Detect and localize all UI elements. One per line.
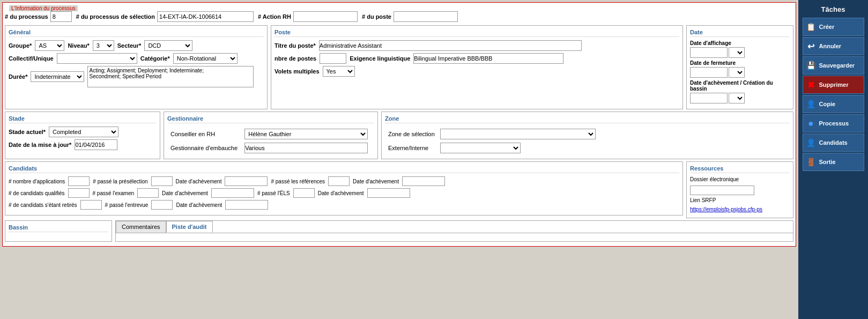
nb-retires-label: # de candidats s'étant retirés <box>9 202 77 208</box>
dossier-input[interactable] <box>690 186 754 195</box>
affichage-row <box>690 47 790 58</box>
nb-qualifies-label: # de candidats qualifiés <box>9 190 65 196</box>
nb-preselection-input[interactable] <box>151 176 173 186</box>
stade-date-label: Date de la mise à jour* <box>9 142 71 148</box>
candidats-section: Candidats # nombre d'applications # pass… <box>5 161 683 216</box>
processus-input[interactable] <box>50 11 72 22</box>
stade-date-input[interactable] <box>75 139 117 150</box>
nb-retires-input[interactable] <box>80 200 102 210</box>
supprimer-label: Supprimer <box>819 81 849 88</box>
conseiller-select[interactable]: Hélène Gauthier <box>244 129 368 139</box>
selection-input[interactable] <box>157 11 254 22</box>
date-achevement4-label: Date d'achèvement <box>318 190 364 196</box>
date-achevement4-input[interactable] <box>367 188 410 198</box>
poste-num-label: # du poste <box>362 13 391 20</box>
sauvegarder-button[interactable]: 💾 Sauvegarder <box>803 56 864 75</box>
copie-button[interactable]: 👤 Copie <box>803 95 864 113</box>
lien-srfp-label: Lien SRFP <box>690 197 716 203</box>
dossier-label: Dossier électronique <box>690 176 739 182</box>
achevement-input1[interactable] <box>690 93 728 103</box>
general-row1: Groupe* AS Niveau* 3 Secteur* DCD <box>9 40 264 51</box>
conseiller-label: Conseiller en RH <box>168 128 241 140</box>
general-section: Général Groupe* AS Niveau* 3 Secteur* DC… <box>5 25 268 109</box>
general-title: Général <box>9 29 264 37</box>
processus-label: # du processus <box>5 13 48 20</box>
gestionnaire-row2: Gestionnaire d'embauche <box>168 142 373 154</box>
categorie-select[interactable]: Non-Rotational <box>173 53 238 64</box>
processus-icon: ● <box>805 117 817 129</box>
annuler-button[interactable]: ↩ Annuler <box>803 37 864 55</box>
processus-button[interactable]: ● Processus <box>803 114 864 132</box>
affichage-label: Date d'affichage <box>690 40 790 46</box>
date-achevement5-input[interactable] <box>225 200 268 210</box>
achevement-select[interactable] <box>729 93 745 103</box>
fermeture-label: Date de fermeture <box>690 60 790 66</box>
stade-actuel-select[interactable]: Completed <box>49 127 118 137</box>
nb-applications-input[interactable] <box>68 176 90 186</box>
supprimer-button[interactable]: ✖ Supprimer <box>803 76 864 94</box>
date-achevement1-input[interactable] <box>225 176 268 186</box>
nb-entrevue-input[interactable] <box>151 200 173 210</box>
lien-srfp-link[interactable]: https://emploisfp-psjobs.cfp-ps <box>690 206 762 212</box>
poste-title: Poste <box>275 29 679 37</box>
nb-references-input[interactable] <box>328 176 350 186</box>
date-achevement2-input[interactable] <box>402 176 445 186</box>
volets-select[interactable]: Yes <box>323 66 355 77</box>
groupe-select[interactable]: AS <box>35 40 64 51</box>
secteur-label: Secteur* <box>117 42 142 49</box>
fermeture-input1[interactable] <box>690 67 728 78</box>
duree-multiselect[interactable]: Acting; Assignment; Deployment; Indeterm… <box>87 66 254 87</box>
zone-externe-row: Externe/Interne <box>386 142 598 154</box>
duree-select[interactable]: Indeterminate <box>31 71 84 82</box>
poste-num-group: # du poste <box>362 11 458 22</box>
affichage-select[interactable] <box>729 47 745 58</box>
collectif-select[interactable] <box>57 53 137 64</box>
affichage-input1[interactable] <box>690 47 728 58</box>
poste-num-input[interactable] <box>394 11 458 22</box>
zone-externe-label: Externe/Interne <box>386 142 437 154</box>
dossier-row: Dossier électronique <box>690 176 790 195</box>
candidats-row: Candidats # nombre d'applications # pass… <box>5 161 793 218</box>
nb-examen-input[interactable] <box>137 188 159 198</box>
stade-actuel-label: Stade actuel* <box>9 129 46 135</box>
tab-piste-audit[interactable]: Piste d'audit <box>166 221 213 233</box>
fermeture-row <box>690 67 790 78</box>
bottom-row: Bassin Commentaires Piste d'audit <box>5 220 793 242</box>
stade-title: Stade <box>9 115 157 123</box>
candidats-title: Candidats <box>9 165 679 173</box>
nb-qualifies-input[interactable] <box>68 188 90 198</box>
fermeture-select[interactable] <box>729 67 745 78</box>
zone-selection-select[interactable] <box>440 129 596 139</box>
candidats-sidebar-icon: 👤 <box>805 137 817 149</box>
general-row2: Collectif/Unique Catégorie* Non-Rotation… <box>9 53 264 64</box>
date-achevement1-label: Date d'achèvement <box>176 179 222 184</box>
titre-poste-input[interactable] <box>319 40 582 51</box>
creer-button[interactable]: 📋 Créer <box>803 18 864 36</box>
candidats-sidebar-button[interactable]: 👤 Candidats <box>803 133 864 152</box>
exigence-label: Exigence linguistique <box>350 55 410 62</box>
tab-commentaires[interactable]: Commentaires <box>116 221 166 233</box>
sortie-icon: 🚪 <box>805 156 817 168</box>
gestionnaire-embauche-label: Gestionnaire d'embauche <box>168 142 241 154</box>
zone-externe-select[interactable] <box>440 143 521 153</box>
ressources-section: Ressources Dossier électronique Lien SRF… <box>686 161 793 218</box>
secteur-select[interactable]: DCD <box>144 40 192 51</box>
exigence-input[interactable] <box>413 53 563 64</box>
nb-entrevue-label: # passé l'entrevue <box>105 202 149 208</box>
action-rh-input[interactable] <box>293 11 358 22</box>
sortie-button[interactable]: 🚪 Sortie <box>803 153 864 171</box>
poste-row2: nbre de postes Exigence linguistique <box>275 53 679 64</box>
date-section: Date Date d'affichage Date de fermeture <box>686 25 793 109</box>
candidats-row3: # de candidats s'étant retirés # passé l… <box>9 200 679 210</box>
sidebar: Tâches 📋 Créer ↩ Annuler 💾 Sauvegarder ✖… <box>798 0 868 319</box>
date-achevement3-input[interactable] <box>211 188 254 198</box>
categorie-label: Catégorie* <box>140 55 170 62</box>
nb-els-input[interactable] <box>293 188 315 198</box>
gestionnaire-embauche-input[interactable] <box>244 143 368 153</box>
gestionnaire-title: Gestionnaire <box>167 115 374 123</box>
collectif-label: Collectif/Unique <box>9 55 54 62</box>
nbre-input[interactable] <box>320 53 346 64</box>
candidats-row2: # de candidats qualifiés # passé l'exame… <box>9 188 679 198</box>
zone-selection-label: Zone de sélection <box>386 128 437 140</box>
niveau-select[interactable]: 3 <box>93 40 114 51</box>
